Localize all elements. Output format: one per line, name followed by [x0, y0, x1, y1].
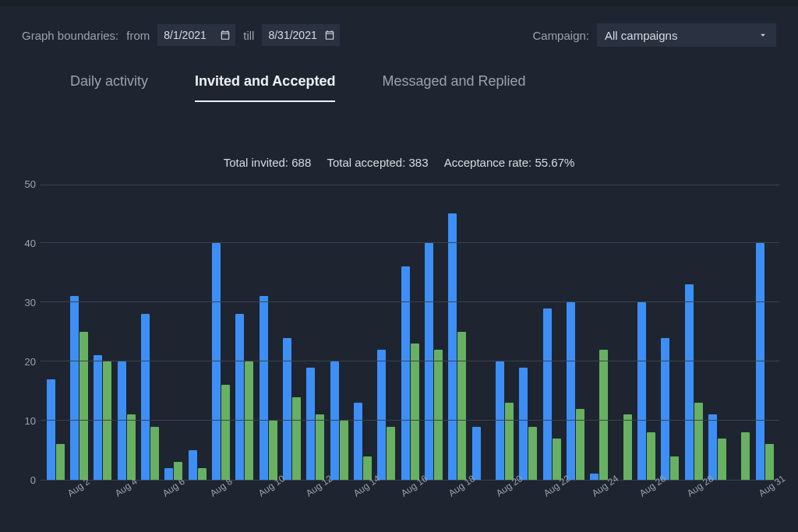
tab-messaged-replied[interactable]: Messaged and Replied	[382, 73, 525, 102]
chart-day-group	[540, 185, 563, 480]
bar-accepted	[292, 397, 301, 480]
bar-accepted	[387, 427, 395, 480]
bar-accepted	[670, 456, 679, 480]
campaign-value: All campaigns	[605, 29, 677, 42]
total-accepted-label: Total accepted:	[327, 156, 405, 169]
acceptance-rate-label: Acceptance rate:	[444, 156, 532, 169]
bar-invited	[283, 338, 291, 480]
tab-bar: Daily activity Invited and Accepted Mess…	[0, 55, 798, 102]
bar-invited	[118, 361, 126, 480]
gridline	[41, 361, 779, 361]
from-date-input[interactable]: 8/1/2021	[157, 24, 235, 46]
bar-accepted	[741, 432, 750, 480]
bar-invited	[235, 314, 244, 480]
bar-invited	[330, 361, 339, 480]
bar-accepted	[221, 385, 230, 480]
chart-day-group	[729, 185, 753, 480]
chart-day-group	[280, 185, 303, 480]
x-axis-labels: Aug 2Aug 4Aug 6Aug 8Aug 10Aug 12Aug 14Au…	[41, 485, 779, 516]
bar-invited	[685, 284, 694, 480]
chart-container: Total invited: 688 Total accepted: 383 A…	[19, 156, 779, 516]
bar-accepted	[56, 444, 65, 480]
bar-invited	[260, 296, 268, 480]
bar-accepted	[647, 432, 655, 480]
bar-accepted	[127, 414, 136, 480]
window-topbar	[0, 0, 798, 6]
gridline	[41, 420, 779, 421]
bar-invited	[756, 243, 764, 480]
bar-chart: 01020304050	[41, 185, 779, 481]
bar-invited	[448, 213, 457, 480]
chart-day-group	[611, 185, 634, 480]
bar-accepted	[150, 427, 159, 480]
bar-invited	[637, 302, 646, 480]
bar-accepted	[103, 361, 111, 480]
chart-day-group	[563, 185, 587, 480]
bar-invited	[141, 314, 150, 480]
chart-day-group	[493, 185, 516, 480]
bar-accepted	[623, 414, 632, 480]
bar-accepted	[457, 332, 466, 480]
chart-summary: Total invited: 688 Total accepted: 383 A…	[19, 156, 779, 169]
chart-day-group	[304, 185, 327, 480]
chart-day-group	[351, 185, 374, 480]
campaign-label: Campaign:	[532, 29, 589, 42]
till-date-input[interactable]: 8/31/2021	[262, 24, 340, 46]
bar-accepted	[340, 421, 348, 480]
bar-invited	[377, 350, 386, 480]
from-label: from	[126, 29, 150, 42]
bar-invited	[47, 379, 55, 480]
bar-invited	[354, 403, 362, 480]
y-tick: 50	[17, 178, 36, 190]
graph-boundaries-label: Graph boundaries:	[22, 29, 118, 42]
campaign-select[interactable]: All campaigns	[597, 23, 776, 47]
bar-invited	[590, 474, 598, 480]
bar-accepted	[434, 350, 443, 480]
bar-accepted	[694, 403, 703, 480]
chart-day-group	[753, 185, 776, 480]
bar-accepted	[553, 439, 561, 480]
chart-day-group	[209, 185, 232, 480]
gridline	[41, 242, 779, 243]
chart-day-group	[67, 185, 90, 480]
bar-accepted	[718, 439, 726, 480]
bar-invited	[189, 450, 197, 480]
chart-day-group	[469, 185, 493, 480]
chart-day-group	[256, 185, 280, 480]
bar-invited	[567, 302, 575, 480]
bar-invited	[94, 355, 102, 480]
bar-accepted	[245, 361, 253, 480]
bar-invited	[306, 368, 315, 480]
bar-accepted	[79, 332, 88, 480]
total-invited-value: 688	[291, 156, 311, 169]
chart-day-group	[115, 185, 138, 480]
total-accepted-value: 383	[409, 156, 429, 169]
acceptance-rate-value: 55.67%	[535, 156, 574, 169]
bar-invited	[70, 296, 79, 480]
chart-day-group	[588, 185, 611, 480]
bar-invited	[472, 427, 481, 480]
y-tick: 30	[17, 297, 36, 308]
calendar-icon	[220, 30, 231, 41]
bar-accepted	[198, 468, 207, 480]
y-tick: 20	[17, 356, 36, 368]
chart-day-group	[138, 185, 161, 480]
chart-day-group	[185, 185, 209, 480]
y-tick: 10	[17, 415, 36, 427]
tab-invited-accepted[interactable]: Invited and Accepted	[195, 73, 335, 102]
bar-accepted	[505, 403, 514, 480]
bar-accepted	[765, 444, 774, 480]
till-label: till	[243, 29, 254, 42]
chart-day-group	[375, 185, 398, 480]
chart-day-group	[682, 185, 705, 480]
calendar-icon	[324, 30, 335, 41]
y-tick: 0	[17, 474, 36, 486]
chart-day-group	[634, 185, 658, 480]
bar-invited	[212, 243, 221, 480]
bar-invited	[543, 308, 552, 480]
bar-invited	[708, 414, 717, 480]
tab-daily-activity[interactable]: Daily activity	[70, 73, 148, 102]
bar-invited	[401, 266, 410, 480]
bar-accepted	[316, 414, 324, 480]
chart-day-group	[659, 185, 682, 480]
